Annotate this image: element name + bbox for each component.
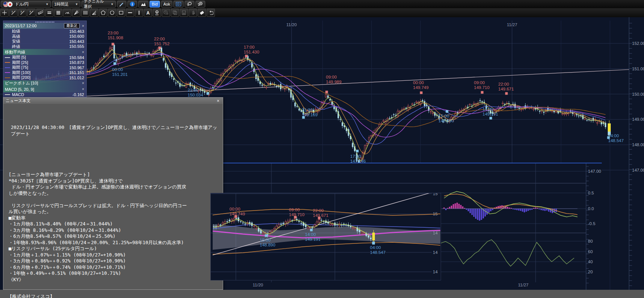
svg-text:152.00: 152.00 (632, 41, 644, 46)
svg-text:149.749: 149.749 (229, 212, 245, 216)
rectangle-tool-button[interactable] (117, 9, 125, 17)
indicator-value: 150.555 (69, 44, 84, 49)
text-tool-icon: A (145, 10, 151, 15)
jp-flag-icon (7, 1, 13, 7)
zoom-out-button[interactable] (185, 1, 194, 7)
svg-text:22:00: 22:00 (313, 208, 324, 213)
horizontal-line-tool-button[interactable] (126, 9, 134, 17)
svg-text:11/20: 11/20 (253, 283, 263, 287)
indicator-row: 高値150.600 (3, 34, 86, 39)
eraser-tool-button[interactable] (198, 9, 206, 17)
angle-rays-tool-button[interactable] (90, 9, 98, 17)
macd-header: MACD [5, 20, 9] × (3, 86, 86, 92)
time-shift-tool-button[interactable] (162, 9, 170, 17)
svg-text:149.671: 149.671 (498, 87, 514, 91)
svg-text:09:00: 09:00 (326, 75, 337, 79)
pentagon-tool-button[interactable] (99, 9, 107, 17)
ruler-tool-button[interactable] (36, 9, 44, 17)
pencil-button[interactable] (117, 1, 126, 7)
svg-text:09:00: 09:00 (474, 80, 485, 85)
parallel-2-tool-button[interactable] (45, 9, 53, 17)
svg-text:149.191: 149.191 (483, 112, 498, 116)
ma-header-label: 移動平均線 (5, 49, 81, 55)
trendline[interactable] (4, 70, 629, 100)
close-icon[interactable]: × (81, 24, 85, 28)
svg-text:149.191: 149.191 (305, 237, 321, 242)
mini-chart-window[interactable]: 151514141400:00149.74909:00149.71022:001… (210, 193, 441, 280)
tick-chart-button[interactable] (173, 1, 184, 7)
technical-select[interactable]: テクニカル選択 ▼ (81, 1, 116, 7)
svg-text:00:00: 00:00 (112, 67, 123, 72)
chevron-down-icon: ▼ (46, 3, 49, 6)
svg-text:147.00: 147.00 (588, 169, 601, 173)
indicator-panel[interactable]: 2023/11/17 12:00 最新足 × 始値150.463高値150.60… (3, 21, 87, 103)
svg-text:15:00: 15:00 (260, 238, 271, 242)
news-text: [ニューヨーク為替市場アップデート] *04:30JST［通貨オプション]OP買… (9, 172, 218, 283)
svg-text:60: 60 (588, 249, 593, 254)
mini-chart-canvas: 151514141400:00149.74909:00149.71022:001… (211, 193, 441, 280)
pair-flags (3, 1, 13, 7)
svg-text:2: 2 (21, 10, 22, 13)
svg-text:22:00: 22:00 (498, 82, 509, 86)
vertical-grid-tool-button[interactable] (81, 9, 89, 17)
close-icon[interactable]: × (81, 81, 85, 85)
text-tool-tool-button[interactable]: A (144, 9, 152, 17)
rays-tool-button[interactable] (72, 9, 80, 17)
indicator-value: 151.012 (69, 76, 84, 80)
undo-tool-button[interactable] (207, 9, 215, 17)
news-window[interactable]: ニュース本文 × 2023/11/28 04:30:00 [通貨オプション]OP… (3, 97, 223, 290)
trendline-2-tool-button[interactable]: 2 (18, 9, 27, 17)
indicator-row: 期間 [100]151.151 (3, 70, 86, 76)
indicator-row: MACD-0.162 (3, 92, 86, 98)
svg-text:21:00: 21:00 (302, 108, 313, 112)
ellipse-tool-button[interactable] (108, 9, 116, 17)
svg-text:00:00: 00:00 (413, 80, 424, 85)
info-button[interactable]: i (127, 1, 137, 7)
gauge-fan-tool-button[interactable] (63, 9, 71, 17)
trendline-1-tool-button[interactable]: 1 (9, 9, 18, 17)
copy-tool-button[interactable] (171, 9, 179, 17)
svg-text:150.00: 150.00 (632, 92, 644, 96)
svg-text:04:00: 04:00 (370, 245, 381, 250)
parallel-3-tool-button[interactable] (54, 9, 62, 17)
zoom-in-button[interactable] (195, 1, 205, 7)
close-icon[interactable]: × (81, 50, 85, 54)
svg-text:11/27: 11/27 (518, 283, 529, 287)
stamp-icon-tool-button[interactable]: icon (153, 9, 161, 17)
indicator-row: 終値150.555 (3, 44, 86, 49)
copy-icon (172, 10, 178, 15)
svg-text:11/20: 11/20 (286, 22, 297, 27)
svg-text:148.547: 148.547 (370, 250, 386, 255)
series-color-swatch (5, 94, 10, 95)
indicator-value: 150.463 (69, 29, 84, 34)
indicator-value: 150.967 (69, 65, 84, 70)
svg-text:15: 15 (433, 193, 438, 196)
close-icon[interactable]: × (81, 87, 85, 91)
news-list-strip: 【株式会社フィスコ】 (0, 290, 644, 298)
area-chart-button[interactable] (138, 1, 148, 7)
indicator-value: 150.600 (69, 34, 84, 39)
vertical-line-tool-button[interactable] (135, 9, 143, 17)
indicator-row: 安値150.443 (3, 39, 86, 44)
chevron-down-icon: ▼ (75, 3, 78, 6)
ask-button[interactable]: Ask (161, 1, 172, 7)
svg-text:147.00: 147.00 (632, 168, 644, 172)
horizontal-line-icon (127, 10, 133, 15)
series-color-swatch (5, 62, 10, 63)
drag-hand-tool-button[interactable] (180, 9, 188, 17)
pentagon-icon (101, 10, 106, 15)
close-icon[interactable]: × (216, 99, 221, 103)
latest-bar-button[interactable]: 最新足 (64, 23, 80, 28)
timeframe-select[interactable]: 1時間足 ▼ (52, 1, 80, 7)
trendline-3-tool-button[interactable]: 3 (27, 9, 36, 17)
crosshair-tool-button[interactable] (0, 9, 9, 17)
svg-text:148.547: 148.547 (608, 138, 624, 143)
news-titlebar[interactable]: ニュース本文 × (3, 98, 223, 104)
bid-button[interactable]: Bid (150, 1, 160, 7)
wrench-tool-button[interactable] (189, 9, 197, 17)
svg-text:22:00: 22:00 (154, 37, 165, 41)
news-source-partial: 【株式会社フィスコ】 (7, 294, 55, 298)
currency-pair-select[interactable]: ドル/円 ▼ (1, 1, 51, 7)
svg-text:3: 3 (30, 10, 31, 13)
svg-text:0.0: 0.0 (588, 206, 594, 211)
